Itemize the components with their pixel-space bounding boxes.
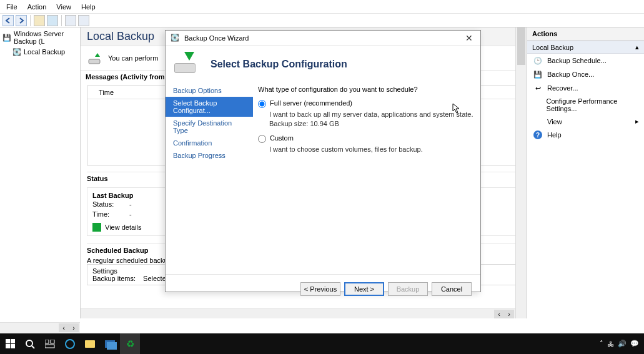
- wizard-big-icon: [174, 52, 202, 77]
- step-backup-options[interactable]: Backup Options: [166, 84, 253, 97]
- tree-pane: 💾 Windows Server Backup (L 💽 Local Backu…: [0, 27, 81, 318]
- action-label: Help: [547, 131, 562, 139]
- toolbar-btn-1[interactable]: [34, 15, 45, 26]
- svg-rect-0: [89, 59, 100, 64]
- chevron-up-icon: ▴: [635, 43, 639, 51]
- page-subtitle: You can perform: [108, 54, 158, 62]
- wizard-footer: < Previous Next > Backup Cancel: [166, 274, 480, 303]
- tree-child[interactable]: 💽 Local Backup: [1, 46, 79, 57]
- action-configure-perf[interactable]: Configure Performance Settings...: [527, 95, 644, 115]
- action-help[interactable]: ?Help: [527, 128, 644, 142]
- tray-notifications-icon[interactable]: 💬: [630, 340, 639, 348]
- wizard-steps: Backup Options Select Backup Configurat.…: [166, 81, 253, 274]
- schedule-icon: 🕒: [533, 56, 542, 65]
- menu-action[interactable]: Action: [24, 2, 51, 12]
- action-view[interactable]: View▸: [527, 115, 644, 128]
- radio-full-server-desc: I want to back up all my server data, ap…: [258, 111, 475, 118]
- action-label: Configure Performance Settings...: [547, 97, 639, 112]
- server-backup-taskbar-icon[interactable]: ♻: [120, 333, 140, 354]
- content-hscroll[interactable]: ‹›: [81, 308, 515, 318]
- explorer-taskbar-icon[interactable]: [80, 333, 100, 354]
- svg-line-2: [32, 346, 34, 348]
- time-label: Time:: [92, 210, 121, 218]
- tray-chevron-icon[interactable]: ˄: [600, 340, 603, 348]
- step-backup-progress[interactable]: Backup Progress: [166, 149, 253, 162]
- svg-rect-5: [45, 345, 54, 348]
- step-confirmation[interactable]: Confirmation: [166, 137, 253, 149]
- radio-custom-label: Custom: [270, 134, 294, 142]
- menu-help[interactable]: Help: [77, 2, 99, 12]
- action-label: Backup Schedule...: [547, 57, 607, 64]
- server-backup-icon: 💾: [2, 33, 11, 42]
- time-value: -: [129, 210, 132, 218]
- radio-full-server[interactable]: Full server (recommended): [258, 99, 475, 108]
- content-vscroll[interactable]: [515, 27, 527, 318]
- radio-custom[interactable]: Custom: [258, 134, 475, 143]
- tree-child-label: Local Backup: [24, 48, 65, 56]
- chevron-right-icon: ▸: [635, 117, 639, 125]
- action-backup-once[interactable]: 💾Backup Once...: [527, 67, 644, 81]
- task-view-button[interactable]: [40, 333, 60, 354]
- nav-forward-button[interactable]: [16, 15, 27, 26]
- tray-volume-icon[interactable]: 🔊: [618, 340, 627, 348]
- nav-back-button[interactable]: [2, 15, 14, 26]
- cancel-button[interactable]: Cancel: [432, 282, 472, 296]
- toolbar-btn-3[interactable]: [65, 15, 76, 26]
- tray-network-icon[interactable]: 🖧: [607, 340, 614, 348]
- actions-section-header[interactable]: Local Backup ▴: [527, 41, 644, 54]
- search-button[interactable]: [20, 333, 40, 354]
- backup-items-label: Backup items:: [92, 275, 136, 282]
- svg-rect-4: [51, 340, 54, 343]
- wizard-content: What type of configuration do you want t…: [253, 81, 480, 274]
- desktops-taskbar-icon[interactable]: [100, 333, 120, 354]
- recover-icon: ↩: [533, 84, 542, 92]
- ie-taskbar-icon[interactable]: [60, 333, 80, 354]
- menu-file[interactable]: File: [2, 2, 21, 12]
- actions-pane: Actions Local Backup ▴ 🕒Backup Schedule.…: [527, 27, 644, 318]
- next-button[interactable]: Next >: [344, 282, 384, 296]
- toolbar-btn-4[interactable]: [78, 15, 89, 26]
- wizard-body: Backup Options Select Backup Configurat.…: [166, 81, 480, 274]
- status-label: Status:: [92, 200, 121, 208]
- radio-full-server-size: Backup size: 10.94 GB: [258, 120, 475, 127]
- action-backup-schedule[interactable]: 🕒Backup Schedule...: [527, 54, 644, 67]
- system-tray[interactable]: ˄ 🖧 🔊 💬: [595, 340, 644, 348]
- wizard-heading: Select Backup Configuration: [211, 59, 347, 70]
- radio-custom-input[interactable]: [258, 135, 266, 143]
- action-label: Recover...: [547, 84, 578, 92]
- menu-view[interactable]: View: [52, 2, 75, 12]
- radio-custom-desc: I want to choose custom volumes, files f…: [258, 145, 475, 153]
- step-destination-type[interactable]: Specify Destination Type: [166, 117, 253, 137]
- svg-rect-3: [45, 340, 49, 343]
- close-button[interactable]: ✕: [463, 33, 475, 43]
- status-value: -: [129, 200, 132, 208]
- tree-root[interactable]: 💾 Windows Server Backup (L: [1, 29, 79, 46]
- action-recover[interactable]: ↩Recover...: [527, 81, 644, 95]
- backup-once-icon: 💾: [533, 70, 542, 79]
- actions-section-label: Local Backup: [532, 44, 573, 51]
- wizard-app-icon: 💽: [171, 34, 179, 42]
- radio-full-server-label: Full server (recommended): [270, 99, 352, 107]
- action-label: View: [547, 118, 562, 125]
- radio-full-server-input[interactable]: [258, 100, 266, 108]
- menubar: File Action View Help: [0, 0, 644, 14]
- green-arrow-icon: [92, 223, 101, 232]
- action-label: Backup Once...: [547, 71, 594, 78]
- step-select-backup-config[interactable]: Select Backup Configurat...: [166, 97, 253, 117]
- toolbar-separator: [61, 15, 62, 26]
- backup-once-wizard: 💽 Backup Once Wizard ✕ Select Backup Con…: [165, 30, 481, 292]
- toolbar: [0, 14, 644, 27]
- wizard-title: Backup Once Wizard: [184, 34, 249, 42]
- toolbar-separator: [30, 15, 31, 26]
- actions-title: Actions: [527, 27, 644, 41]
- tree-hscroll[interactable]: ‹›: [0, 322, 80, 333]
- toolbar-btn-2[interactable]: [47, 15, 58, 26]
- view-details-label: View details: [105, 224, 142, 231]
- taskbar: ♻ ˄ 🖧 🔊 💬: [0, 333, 644, 354]
- wizard-header: Select Backup Configuration: [166, 46, 480, 81]
- svg-point-1: [26, 340, 32, 347]
- start-button[interactable]: [0, 333, 20, 354]
- help-icon: ?: [533, 130, 542, 139]
- previous-button[interactable]: < Previous: [300, 282, 340, 296]
- wizard-titlebar[interactable]: 💽 Backup Once Wizard ✕: [166, 31, 480, 46]
